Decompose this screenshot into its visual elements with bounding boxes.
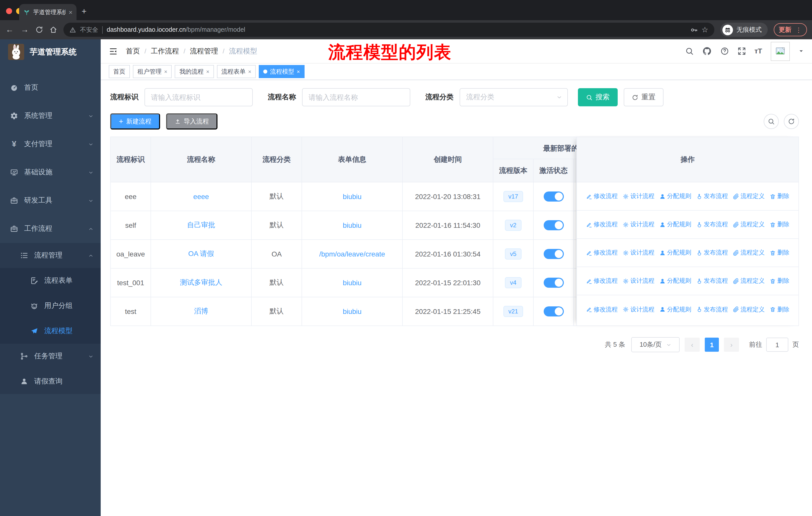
form-info-link[interactable]: biubiu xyxy=(343,279,362,287)
tab-close-icon[interactable]: × xyxy=(69,8,72,16)
assign-process-link[interactable]: 分配规则 xyxy=(660,248,691,257)
sidebar-item-process-management[interactable]: 流程管理 xyxy=(0,243,101,268)
publish-process-link[interactable]: 发布流程 xyxy=(696,192,728,200)
bookmark-star-icon[interactable]: ☆ xyxy=(701,25,708,34)
new-tab-button[interactable]: + xyxy=(82,7,87,16)
modify-process-link[interactable]: 修改流程 xyxy=(586,305,618,314)
form-info-link[interactable]: biubiu xyxy=(343,221,362,229)
modify-process-link[interactable]: 修改流程 xyxy=(586,220,618,229)
delete-process-link[interactable]: 删除 xyxy=(770,248,789,257)
tab-process-form[interactable]: 流程表单× xyxy=(217,65,256,78)
font-size-icon[interactable]: тT xyxy=(754,47,762,55)
publish-process-link[interactable]: 发布流程 xyxy=(696,248,728,257)
tab-close-icon[interactable]: × xyxy=(164,69,167,75)
filter-key-input[interactable] xyxy=(144,88,253,106)
app-logo-row[interactable]: 芋道管理系统 xyxy=(0,39,101,64)
header-search-icon[interactable] xyxy=(685,47,693,55)
process-name-link[interactable]: 测试多审批人 xyxy=(180,278,222,287)
sidebar-item-system-management[interactable]: 系统管理 xyxy=(0,102,101,130)
tab-tenant[interactable]: 租户管理× xyxy=(133,65,172,78)
define-process-link[interactable]: 流程定义 xyxy=(733,220,765,229)
delete-process-link[interactable]: 删除 xyxy=(770,277,789,285)
user-avatar[interactable] xyxy=(771,42,790,61)
filter-name-input[interactable] xyxy=(302,88,410,106)
sidebar-item-process-model[interactable]: 流程模型 xyxy=(0,319,101,344)
tab-close-icon[interactable]: × xyxy=(297,69,300,75)
filter-category-select[interactable]: 流程分类 xyxy=(460,88,568,106)
define-process-link[interactable]: 流程定义 xyxy=(733,277,765,285)
publish-process-link[interactable]: 发布流程 xyxy=(696,277,728,285)
sidebar-fold-icon[interactable] xyxy=(109,47,118,56)
close-window-button[interactable] xyxy=(6,8,12,14)
sidebar-item-payment-management[interactable]: ¥支付管理 xyxy=(0,130,101,158)
define-process-link[interactable]: 流程定义 xyxy=(733,248,765,257)
active-status-toggle[interactable] xyxy=(544,249,563,259)
sidebar-item-infrastructure[interactable]: 基础设施 xyxy=(0,158,101,186)
process-name-link[interactable]: eeee xyxy=(193,192,209,200)
publish-process-link[interactable]: 发布流程 xyxy=(696,305,728,314)
page-1-button[interactable]: 1 xyxy=(705,337,719,352)
sidebar-item-home[interactable]: 首页 xyxy=(0,74,101,102)
breadcrumb-process-management[interactable]: 流程管理 xyxy=(190,47,218,56)
address-bar[interactable]: 不安全 dashboard.yudao.iocoder.cn/bpm/manag… xyxy=(63,23,714,37)
github-icon[interactable] xyxy=(702,46,712,56)
forward-button[interactable]: → xyxy=(20,25,29,34)
help-icon[interactable] xyxy=(720,47,729,55)
active-status-toggle[interactable] xyxy=(544,278,563,288)
sidebar-item-task-management[interactable]: 任务管理 xyxy=(0,344,101,369)
import-process-button[interactable]: 导入流程 xyxy=(166,113,218,130)
form-info-link[interactable]: /bpm/oa/leave/create xyxy=(319,250,385,258)
tab-process-model[interactable]: 流程模型× xyxy=(259,65,304,78)
sidebar-item-user-group[interactable]: 用户分组 xyxy=(0,293,101,319)
active-status-toggle[interactable] xyxy=(544,306,563,317)
form-info-link[interactable]: biubiu xyxy=(343,192,362,200)
tab-my-process[interactable]: 我的流程× xyxy=(175,65,214,78)
delete-process-link[interactable]: 删除 xyxy=(770,220,789,229)
show-search-toggle-button[interactable] xyxy=(764,114,779,129)
active-status-toggle[interactable] xyxy=(544,191,563,201)
goto-page-input[interactable] xyxy=(766,337,788,352)
sidebar-item-process-form[interactable]: 流程表单 xyxy=(0,268,101,293)
process-name-link[interactable]: 自己审批 xyxy=(187,221,215,230)
design-process-link[interactable]: 设计流程 xyxy=(623,277,655,285)
browser-update-button[interactable]: 更新 ⋮ xyxy=(774,23,807,36)
reset-button[interactable]: 重置 xyxy=(624,88,664,106)
search-button[interactable]: 搜索 xyxy=(578,88,618,106)
password-key-icon[interactable] xyxy=(690,26,697,33)
modify-process-link[interactable]: 修改流程 xyxy=(586,192,618,200)
form-info-link[interactable]: biubiu xyxy=(343,307,362,316)
assign-process-link[interactable]: 分配规则 xyxy=(660,220,691,229)
design-process-link[interactable]: 设计流程 xyxy=(623,305,655,314)
active-status-toggle[interactable] xyxy=(544,220,563,230)
reload-button[interactable] xyxy=(35,26,43,34)
assign-process-link[interactable]: 分配规则 xyxy=(660,192,691,200)
breadcrumb-workflow[interactable]: 工作流程 xyxy=(151,47,179,56)
browser-menu-icon[interactable]: ⋮ xyxy=(795,26,802,33)
delete-process-link[interactable]: 删除 xyxy=(770,305,789,314)
modify-process-link[interactable]: 修改流程 xyxy=(586,248,618,257)
define-process-link[interactable]: 流程定义 xyxy=(733,192,765,200)
sidebar-item-leave-query[interactable]: 请假查询 xyxy=(0,369,101,394)
home-button[interactable] xyxy=(49,26,57,34)
design-process-link[interactable]: 设计流程 xyxy=(623,220,655,229)
fullscreen-icon[interactable] xyxy=(737,47,746,55)
sidebar-item-workflow[interactable]: 工作流程 xyxy=(0,215,101,243)
publish-process-link[interactable]: 发布流程 xyxy=(696,220,728,229)
next-page-button[interactable]: › xyxy=(724,337,739,352)
refresh-table-button[interactable] xyxy=(784,114,799,129)
tab-close-icon[interactable]: × xyxy=(248,69,252,75)
design-process-link[interactable]: 设计流程 xyxy=(623,248,655,257)
page-size-select[interactable]: 10条/页 xyxy=(631,337,679,352)
prev-page-button[interactable]: ‹ xyxy=(685,337,700,352)
process-name-link[interactable]: 滔博 xyxy=(194,307,208,316)
create-process-button[interactable]: + 新建流程 xyxy=(110,113,160,130)
tab-home[interactable]: 首页 xyxy=(109,65,130,78)
delete-process-link[interactable]: 删除 xyxy=(770,192,789,200)
define-process-link[interactable]: 流程定义 xyxy=(733,305,765,314)
assign-process-link[interactable]: 分配规则 xyxy=(660,305,691,314)
browser-tab[interactable]: 芋道管理系统 × xyxy=(19,4,77,20)
assign-process-link[interactable]: 分配规则 xyxy=(660,277,691,285)
tab-close-icon[interactable]: × xyxy=(206,69,209,75)
avatar-caret-down-icon[interactable] xyxy=(799,48,804,54)
back-button[interactable]: ← xyxy=(5,25,14,34)
